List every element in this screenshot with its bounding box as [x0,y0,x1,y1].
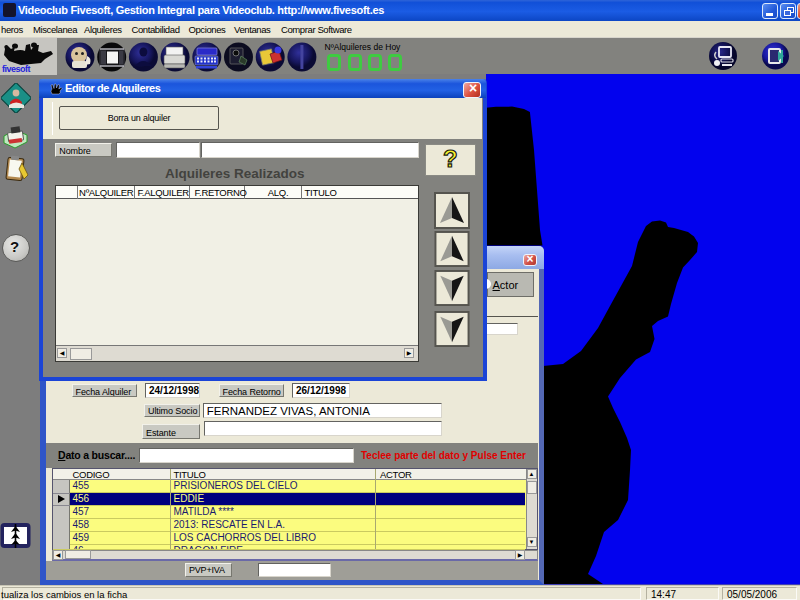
svg-text:fivesoft: fivesoft [2,64,31,74]
